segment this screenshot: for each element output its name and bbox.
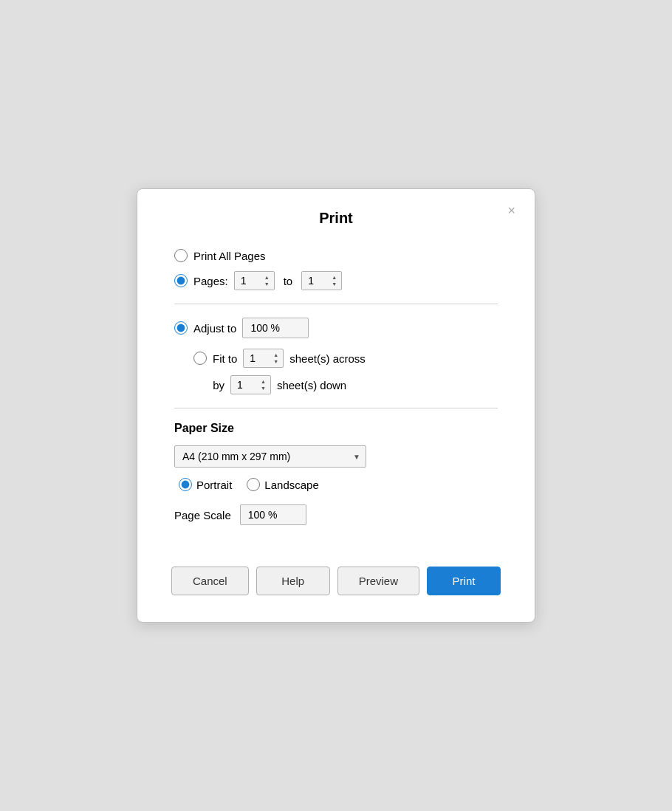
dialog-header: Print ×: [137, 189, 535, 242]
sheets-across-input[interactable]: [250, 352, 270, 364]
pages-from-spinner[interactable]: ▲ ▼: [234, 271, 275, 290]
page-scale-row: Page Scale: [174, 504, 498, 525]
by-row: by ▲ ▼ sheet(s) down: [193, 375, 498, 394]
landscape-option: Landscape: [247, 478, 318, 491]
by-label: by: [193, 379, 224, 391]
sheets-across-label: sheet(s) across: [289, 352, 366, 365]
sheets-across-spinner[interactable]: ▲ ▼: [243, 349, 284, 368]
help-button[interactable]: Help: [256, 567, 330, 595]
portrait-label: Portrait: [196, 479, 232, 491]
dialog-title: Print: [319, 210, 353, 226]
sheets-down-spinner[interactable]: ▲ ▼: [230, 375, 271, 394]
print-dialog: Print × Print All Pages Pages: ▲ ▼ t: [137, 188, 535, 623]
pages-from-input[interactable]: [241, 275, 261, 287]
pages-from-arrows: ▲ ▼: [263, 274, 271, 287]
sheets-down-label: sheet(s) down: [277, 379, 346, 391]
portrait-radio[interactable]: [179, 478, 192, 491]
adjust-to-label: Adjust to: [193, 322, 236, 335]
adjust-to-input[interactable]: [242, 318, 309, 338]
fit-to-row: Fit to ▲ ▼ sheet(s) across: [193, 349, 498, 368]
print-all-label: Print All Pages: [193, 250, 266, 262]
fit-to-label: Fit to: [213, 352, 237, 365]
dialog-body: Print All Pages Pages: ▲ ▼ to ▲: [137, 242, 535, 552]
pages-label: Pages:: [193, 275, 228, 287]
adjust-to-radio[interactable]: [174, 321, 188, 335]
orientation-row: Portrait Landscape: [179, 478, 498, 491]
dialog-footer: Cancel Help Preview Print: [137, 552, 535, 622]
sheets-down-up[interactable]: ▲: [259, 378, 267, 385]
pages-to-down[interactable]: ▼: [330, 281, 338, 287]
divider-2: [174, 408, 498, 408]
fit-to-radio[interactable]: [193, 352, 207, 365]
page-range-section: Print All Pages Pages: ▲ ▼ to ▲: [174, 249, 498, 290]
paper-size-select[interactable]: A4 (210 mm x 297 mm) Letter (8.5 in x 11…: [174, 445, 366, 468]
sheets-across-arrows: ▲ ▼: [272, 352, 280, 365]
pages-from-down[interactable]: ▼: [263, 281, 271, 287]
close-button[interactable]: ×: [503, 202, 520, 219]
pages-to-arrows: ▲ ▼: [330, 274, 338, 287]
pages-row: Pages: ▲ ▼ to ▲ ▼: [174, 271, 498, 290]
sheets-down-input[interactable]: [237, 379, 258, 391]
pages-from-up[interactable]: ▲: [263, 274, 271, 281]
adjust-to-row: Adjust to: [174, 318, 498, 338]
scaling-section: Adjust to Fit to ▲ ▼ sheet(s) across by: [174, 318, 498, 394]
cancel-button[interactable]: Cancel: [171, 567, 249, 595]
pages-radio[interactable]: [174, 274, 188, 287]
portrait-option: Portrait: [179, 478, 232, 491]
preview-button[interactable]: Preview: [337, 567, 419, 595]
divider-1: [174, 304, 498, 304]
landscape-label: Landscape: [264, 479, 318, 491]
sheets-across-up[interactable]: ▲: [272, 352, 280, 358]
sheets-down-arrows: ▲ ▼: [259, 378, 267, 391]
sheets-across-down[interactable]: ▼: [272, 358, 280, 365]
sheets-down-down[interactable]: ▼: [259, 385, 267, 391]
page-scale-label: Page Scale: [174, 509, 231, 521]
print-all-radio[interactable]: [174, 249, 188, 262]
paper-size-heading: Paper Size: [174, 422, 498, 435]
pages-to-input[interactable]: [308, 275, 329, 287]
page-scale-input[interactable]: [240, 504, 306, 525]
paper-size-select-wrap: A4 (210 mm x 297 mm) Letter (8.5 in x 11…: [174, 445, 366, 468]
landscape-radio[interactable]: [247, 478, 260, 491]
to-label: to: [281, 275, 296, 287]
pages-to-up[interactable]: ▲: [330, 274, 338, 281]
print-button[interactable]: Print: [427, 567, 501, 595]
print-all-row: Print All Pages: [174, 249, 498, 262]
paper-size-section: Paper Size A4 (210 mm x 297 mm) Letter (…: [174, 422, 498, 525]
pages-to-spinner[interactable]: ▲ ▼: [301, 271, 342, 290]
